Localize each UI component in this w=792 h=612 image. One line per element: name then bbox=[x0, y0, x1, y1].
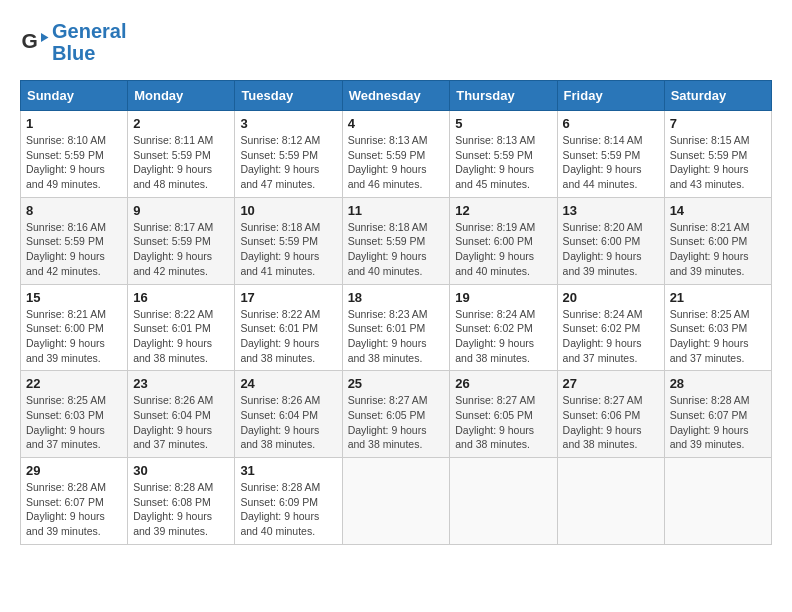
day-cell: 8Sunrise: 8:16 AM Sunset: 5:59 PM Daylig… bbox=[21, 197, 128, 284]
day-number: 8 bbox=[26, 203, 122, 218]
day-cell: 26Sunrise: 8:27 AM Sunset: 6:05 PM Dayli… bbox=[450, 371, 557, 458]
day-info: Sunrise: 8:18 AM Sunset: 5:59 PM Dayligh… bbox=[240, 220, 336, 279]
calendar-table: SundayMondayTuesdayWednesdayThursdayFrid… bbox=[20, 80, 772, 545]
day-info: Sunrise: 8:24 AM Sunset: 6:02 PM Dayligh… bbox=[563, 307, 659, 366]
day-number: 14 bbox=[670, 203, 766, 218]
day-cell: 17Sunrise: 8:22 AM Sunset: 6:01 PM Dayli… bbox=[235, 284, 342, 371]
day-number: 24 bbox=[240, 376, 336, 391]
day-info: Sunrise: 8:25 AM Sunset: 6:03 PM Dayligh… bbox=[670, 307, 766, 366]
day-number: 20 bbox=[563, 290, 659, 305]
day-cell: 13Sunrise: 8:20 AM Sunset: 6:00 PM Dayli… bbox=[557, 197, 664, 284]
day-cell bbox=[450, 458, 557, 545]
day-cell: 31Sunrise: 8:28 AM Sunset: 6:09 PM Dayli… bbox=[235, 458, 342, 545]
day-number: 13 bbox=[563, 203, 659, 218]
day-number: 29 bbox=[26, 463, 122, 478]
day-info: Sunrise: 8:18 AM Sunset: 5:59 PM Dayligh… bbox=[348, 220, 445, 279]
day-info: Sunrise: 8:21 AM Sunset: 6:00 PM Dayligh… bbox=[26, 307, 122, 366]
day-cell bbox=[342, 458, 450, 545]
day-info: Sunrise: 8:25 AM Sunset: 6:03 PM Dayligh… bbox=[26, 393, 122, 452]
svg-text:G: G bbox=[22, 29, 38, 52]
day-number: 9 bbox=[133, 203, 229, 218]
day-cell: 18Sunrise: 8:23 AM Sunset: 6:01 PM Dayli… bbox=[342, 284, 450, 371]
day-number: 1 bbox=[26, 116, 122, 131]
day-cell bbox=[664, 458, 771, 545]
week-row-2: 8Sunrise: 8:16 AM Sunset: 5:59 PM Daylig… bbox=[21, 197, 772, 284]
day-number: 28 bbox=[670, 376, 766, 391]
header-day-monday: Monday bbox=[128, 81, 235, 111]
day-info: Sunrise: 8:27 AM Sunset: 6:06 PM Dayligh… bbox=[563, 393, 659, 452]
day-number: 23 bbox=[133, 376, 229, 391]
day-cell: 21Sunrise: 8:25 AM Sunset: 6:03 PM Dayli… bbox=[664, 284, 771, 371]
day-info: Sunrise: 8:23 AM Sunset: 6:01 PM Dayligh… bbox=[348, 307, 445, 366]
week-row-1: 1Sunrise: 8:10 AM Sunset: 5:59 PM Daylig… bbox=[21, 111, 772, 198]
day-cell: 30Sunrise: 8:28 AM Sunset: 6:08 PM Dayli… bbox=[128, 458, 235, 545]
day-number: 4 bbox=[348, 116, 445, 131]
day-info: Sunrise: 8:22 AM Sunset: 6:01 PM Dayligh… bbox=[240, 307, 336, 366]
day-info: Sunrise: 8:26 AM Sunset: 6:04 PM Dayligh… bbox=[133, 393, 229, 452]
week-row-4: 22Sunrise: 8:25 AM Sunset: 6:03 PM Dayli… bbox=[21, 371, 772, 458]
day-number: 16 bbox=[133, 290, 229, 305]
header-row: SundayMondayTuesdayWednesdayThursdayFrid… bbox=[21, 81, 772, 111]
day-number: 22 bbox=[26, 376, 122, 391]
day-number: 18 bbox=[348, 290, 445, 305]
day-info: Sunrise: 8:12 AM Sunset: 5:59 PM Dayligh… bbox=[240, 133, 336, 192]
day-number: 25 bbox=[348, 376, 445, 391]
day-info: Sunrise: 8:15 AM Sunset: 5:59 PM Dayligh… bbox=[670, 133, 766, 192]
day-number: 6 bbox=[563, 116, 659, 131]
day-cell: 28Sunrise: 8:28 AM Sunset: 6:07 PM Dayli… bbox=[664, 371, 771, 458]
day-info: Sunrise: 8:27 AM Sunset: 6:05 PM Dayligh… bbox=[348, 393, 445, 452]
page-header: G General Blue bbox=[20, 20, 772, 64]
day-info: Sunrise: 8:10 AM Sunset: 5:59 PM Dayligh… bbox=[26, 133, 122, 192]
day-info: Sunrise: 8:20 AM Sunset: 6:00 PM Dayligh… bbox=[563, 220, 659, 279]
day-number: 21 bbox=[670, 290, 766, 305]
day-cell: 5Sunrise: 8:13 AM Sunset: 5:59 PM Daylig… bbox=[450, 111, 557, 198]
header-day-wednesday: Wednesday bbox=[342, 81, 450, 111]
day-number: 3 bbox=[240, 116, 336, 131]
day-info: Sunrise: 8:16 AM Sunset: 5:59 PM Dayligh… bbox=[26, 220, 122, 279]
day-number: 30 bbox=[133, 463, 229, 478]
day-cell: 15Sunrise: 8:21 AM Sunset: 6:00 PM Dayli… bbox=[21, 284, 128, 371]
header-day-thursday: Thursday bbox=[450, 81, 557, 111]
day-cell: 11Sunrise: 8:18 AM Sunset: 5:59 PM Dayli… bbox=[342, 197, 450, 284]
day-info: Sunrise: 8:22 AM Sunset: 6:01 PM Dayligh… bbox=[133, 307, 229, 366]
day-number: 15 bbox=[26, 290, 122, 305]
day-number: 5 bbox=[455, 116, 551, 131]
svg-marker-1 bbox=[41, 33, 49, 42]
day-number: 2 bbox=[133, 116, 229, 131]
day-info: Sunrise: 8:11 AM Sunset: 5:59 PM Dayligh… bbox=[133, 133, 229, 192]
day-info: Sunrise: 8:21 AM Sunset: 6:00 PM Dayligh… bbox=[670, 220, 766, 279]
day-number: 27 bbox=[563, 376, 659, 391]
day-info: Sunrise: 8:14 AM Sunset: 5:59 PM Dayligh… bbox=[563, 133, 659, 192]
day-cell: 16Sunrise: 8:22 AM Sunset: 6:01 PM Dayli… bbox=[128, 284, 235, 371]
day-number: 10 bbox=[240, 203, 336, 218]
day-number: 17 bbox=[240, 290, 336, 305]
day-info: Sunrise: 8:24 AM Sunset: 6:02 PM Dayligh… bbox=[455, 307, 551, 366]
day-info: Sunrise: 8:17 AM Sunset: 5:59 PM Dayligh… bbox=[133, 220, 229, 279]
day-info: Sunrise: 8:26 AM Sunset: 6:04 PM Dayligh… bbox=[240, 393, 336, 452]
logo: G General Blue bbox=[20, 20, 126, 64]
logo-icon: G bbox=[20, 27, 50, 57]
day-cell: 7Sunrise: 8:15 AM Sunset: 5:59 PM Daylig… bbox=[664, 111, 771, 198]
day-cell: 24Sunrise: 8:26 AM Sunset: 6:04 PM Dayli… bbox=[235, 371, 342, 458]
day-cell: 14Sunrise: 8:21 AM Sunset: 6:00 PM Dayli… bbox=[664, 197, 771, 284]
day-cell: 12Sunrise: 8:19 AM Sunset: 6:00 PM Dayli… bbox=[450, 197, 557, 284]
day-cell: 27Sunrise: 8:27 AM Sunset: 6:06 PM Dayli… bbox=[557, 371, 664, 458]
header-day-tuesday: Tuesday bbox=[235, 81, 342, 111]
day-cell: 4Sunrise: 8:13 AM Sunset: 5:59 PM Daylig… bbox=[342, 111, 450, 198]
header-day-friday: Friday bbox=[557, 81, 664, 111]
day-info: Sunrise: 8:28 AM Sunset: 6:07 PM Dayligh… bbox=[670, 393, 766, 452]
day-cell: 10Sunrise: 8:18 AM Sunset: 5:59 PM Dayli… bbox=[235, 197, 342, 284]
day-number: 26 bbox=[455, 376, 551, 391]
header-day-sunday: Sunday bbox=[21, 81, 128, 111]
day-info: Sunrise: 8:28 AM Sunset: 6:09 PM Dayligh… bbox=[240, 480, 336, 539]
day-cell: 1Sunrise: 8:10 AM Sunset: 5:59 PM Daylig… bbox=[21, 111, 128, 198]
day-cell: 23Sunrise: 8:26 AM Sunset: 6:04 PM Dayli… bbox=[128, 371, 235, 458]
day-number: 19 bbox=[455, 290, 551, 305]
day-cell: 20Sunrise: 8:24 AM Sunset: 6:02 PM Dayli… bbox=[557, 284, 664, 371]
day-number: 11 bbox=[348, 203, 445, 218]
day-info: Sunrise: 8:27 AM Sunset: 6:05 PM Dayligh… bbox=[455, 393, 551, 452]
day-cell bbox=[557, 458, 664, 545]
day-info: Sunrise: 8:28 AM Sunset: 6:07 PM Dayligh… bbox=[26, 480, 122, 539]
day-number: 7 bbox=[670, 116, 766, 131]
day-info: Sunrise: 8:13 AM Sunset: 5:59 PM Dayligh… bbox=[455, 133, 551, 192]
